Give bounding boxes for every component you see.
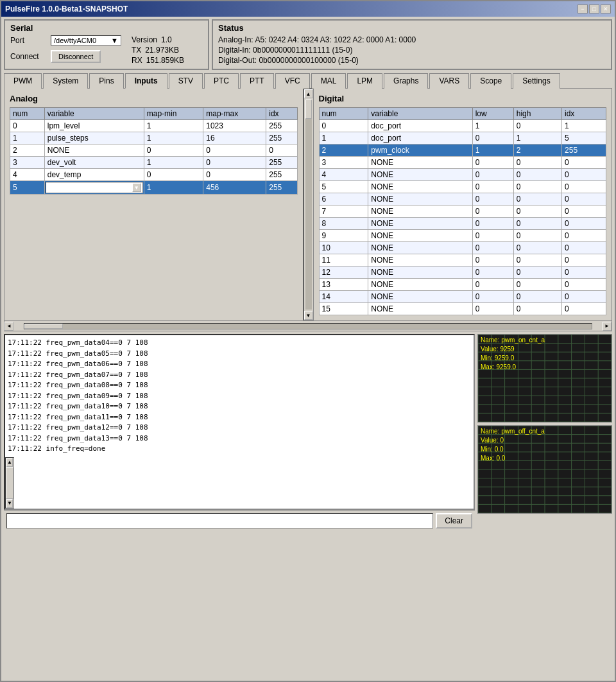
rx-label: RX [132, 56, 142, 65]
variable-select[interactable]: pwm_req_freq ▼ [46, 182, 143, 193]
console-scroll-thumb[interactable] [6, 467, 13, 499]
scroll-track [305, 100, 312, 310]
table-row[interactable]: 3 NONE 0 0 0 [319, 157, 606, 169]
table-row[interactable]: 4 dev_temp 0 0 255 [10, 169, 298, 181]
horizontal-scrollbar[interactable]: ◄ ► [4, 320, 612, 331]
tab-pins[interactable]: Pins [89, 73, 123, 89]
table-row[interactable]: 15 NONE 0 0 0 [319, 303, 606, 315]
console-scroll-down[interactable]: ▼ [6, 499, 13, 508]
scroll-left-arrow[interactable]: ◄ [4, 322, 13, 331]
table-row[interactable]: 9 NONE 0 0 0 [319, 230, 606, 242]
graph-value-label: Value: 0 [481, 436, 545, 445]
tab-ptt[interactable]: PTT [240, 73, 274, 89]
list-item: 17:11:22 info_freq=done [8, 444, 471, 455]
table-row[interactable]: 12 NONE 0 0 0 [319, 267, 606, 279]
close-button[interactable]: ✕ [601, 4, 611, 13]
serial-title: Serial [10, 23, 203, 33]
console-input-row: Clear [4, 510, 475, 531]
tab-pwm[interactable]: PWM [4, 73, 42, 89]
list-item: 17:11:22 freq_pwm_data07==0 7 108 [8, 370, 471, 381]
console-input[interactable] [6, 513, 433, 529]
list-item: 17:11:22 freq_pwm_data12==0 7 108 [8, 423, 471, 433]
serial-panel: Serial Port /dev/ttyACM0 ▼ Connect Di [4, 19, 209, 70]
tab-vfc[interactable]: VFC [275, 73, 310, 89]
analog-section: Analog num variable map-min map-max idx [4, 89, 304, 320]
table-row[interactable]: 5 NONE 0 0 0 [319, 181, 606, 193]
table-row[interactable]: 10 NONE 0 0 0 [319, 242, 606, 254]
graph-min-label: Min: 9259.0 [481, 354, 545, 363]
graph-min-label: Min: 0.0 [481, 445, 545, 454]
analog-col-mapmax: map-max [203, 108, 266, 120]
tab-settings[interactable]: Settings [513, 73, 560, 89]
graph-max-label: Max: 0.0 [481, 454, 545, 463]
scroll-down-arrow[interactable]: ▼ [304, 311, 313, 320]
graph-name-label: Name: pwm_on_cnt_a [481, 336, 545, 345]
scroll-up-arrow[interactable]: ▲ [304, 89, 313, 98]
graph-info-pwm_off_cnt_a: Name: pwm_off_cnt_a Value: 0 Min: 0.0 Ma… [481, 427, 545, 463]
console-scroll-up[interactable]: ▲ [6, 458, 13, 467]
top-panels: Serial Port /dev/ttyACM0 ▼ Connect Di [4, 19, 612, 70]
digital-col-num: num [319, 108, 368, 120]
list-item: 17:11:22 freq_pwm_data05==0 7 108 [8, 349, 471, 360]
tab-mal[interactable]: MAL [311, 73, 346, 89]
main-scrollbar[interactable]: ▲ ▼ [304, 89, 314, 320]
tab-lpm[interactable]: LPM [347, 73, 382, 89]
digital-col-variable: variable [368, 108, 472, 120]
tab-stv[interactable]: STV [169, 73, 203, 89]
analog-col-mapmin: map-min [144, 108, 203, 120]
tx-label: TX [132, 46, 141, 55]
digital-col-high: high [513, 108, 561, 120]
table-row[interactable]: 13 NONE 0 0 0 [319, 279, 606, 291]
h-scroll-track [24, 323, 592, 329]
tab-system[interactable]: System [43, 73, 88, 89]
table-row[interactable]: 2 NONE 0 0 0 [10, 144, 298, 157]
table-row[interactable]: 8 NONE 0 0 0 [319, 218, 606, 230]
analog-in-line: Analog-In: A5: 0242 A4: 0324 A3: 1022 A2… [218, 35, 606, 44]
table-row[interactable]: 11 NONE 0 0 0 [319, 254, 606, 267]
table-row[interactable]: 1 pulse_steps 1 16 255 [10, 132, 298, 144]
table-row[interactable]: 3 dev_volt 1 0 255 [10, 157, 298, 169]
table-row[interactable]: 4 NONE 0 0 0 [319, 169, 606, 181]
digital-in-line: Digital-In: 0b0000000011111111 (15-0) [218, 46, 606, 55]
port-select[interactable]: /dev/ttyACM0 ▼ [51, 35, 121, 46]
table-row[interactable]: 2 pwm_clock 1 2 255 [319, 144, 606, 157]
graph-panel-pwm_on_cnt_a: Name: pwm_on_cnt_a Value: 9259 Min: 9259… [477, 334, 612, 423]
tab-inputs[interactable]: Inputs [125, 73, 167, 89]
main-content: Serial Port /dev/ttyACM0 ▼ Connect Di [1, 17, 615, 681]
table-row[interactable]: 5 pwm_req_freq ▼ 1 456 255 [10, 181, 298, 195]
console-output[interactable]: 17:11:22 freq_pwm_data04==0 7 10817:11:2… [5, 335, 474, 457]
scroll-right-arrow[interactable]: ► [603, 322, 612, 331]
tab-ptc[interactable]: PTC [204, 73, 239, 89]
graph-value-label: Value: 9259 [481, 345, 545, 354]
table-row[interactable]: 0 lpm_level 1 1023 255 [10, 120, 298, 132]
analog-table: num variable map-min map-max idx 0 lpm_l… [10, 107, 298, 195]
analog-in-value: A5: 0242 A4: 0324 A3: 1022 A2: 0000 A1: … [255, 35, 416, 44]
digital-table: num variable low high idx 0 doc_port 1 0… [319, 107, 607, 315]
table-row[interactable]: 6 NONE 0 0 0 [319, 193, 606, 205]
digital-out-value: 0b0000000000100000 (15-0) [259, 56, 358, 65]
table-row[interactable]: 14 NONE 0 0 0 [319, 291, 606, 303]
tab-vars[interactable]: VARS [429, 73, 469, 89]
tab-graphs[interactable]: Graphs [384, 73, 428, 89]
tx-value: 21.973KB [145, 46, 179, 55]
table-row[interactable]: 1 doc_port 0 1 5 [319, 132, 606, 144]
h-scroll-thumb[interactable] [24, 324, 63, 329]
list-item: 17:11:22 freq_pwm_data09==0 7 108 [8, 391, 471, 402]
digital-out-line: Digital-Out: 0b0000000000100000 (15-0) [218, 56, 606, 65]
variable-dropdown-arrow[interactable]: ▼ [132, 183, 141, 192]
title-bar: PulseFire 1.0.0-Beta1-SNAPSHOT − □ ✕ [1, 1, 615, 17]
inputs-content: Analog num variable map-min map-max idx [4, 89, 612, 320]
minimize-button[interactable]: − [578, 4, 588, 13]
maximize-button[interactable]: □ [589, 4, 599, 13]
table-row[interactable]: 7 NONE 0 0 0 [319, 205, 606, 218]
main-window: PulseFire 1.0.0-Beta1-SNAPSHOT − □ ✕ Ser… [0, 0, 616, 682]
scroll-thumb[interactable] [305, 100, 312, 119]
list-item: 17:11:22 freq_pwm_data13==0 7 108 [8, 433, 471, 444]
disconnect-button[interactable]: Disconnect [51, 50, 101, 63]
graph-name-label: Name: pwm_off_cnt_a [481, 427, 545, 436]
table-row[interactable]: 0 doc_port 1 0 1 [319, 120, 606, 132]
tab-scope[interactable]: Scope [470, 73, 511, 89]
digital-col-low: low [472, 108, 513, 120]
digital-col-idx: idx [562, 108, 606, 120]
clear-button[interactable]: Clear [436, 513, 472, 529]
